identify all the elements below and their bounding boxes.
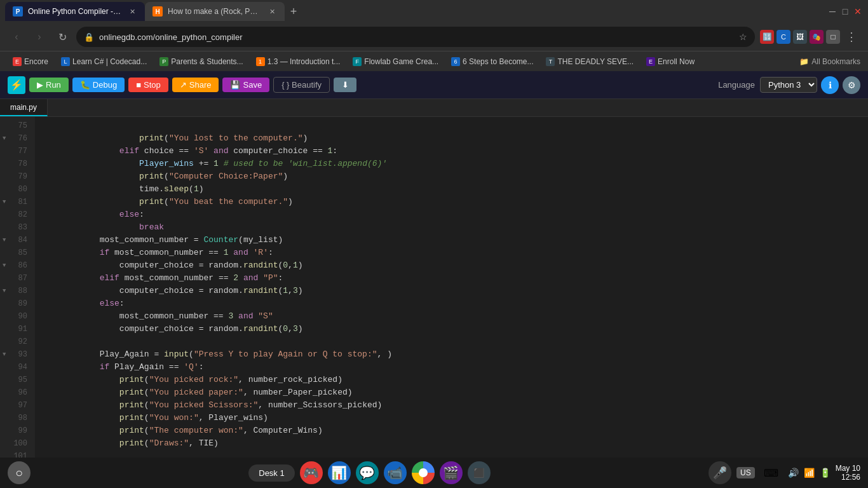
language-select[interactable]: Python 3 (760, 77, 817, 93)
6steps-label: 6 Steps to Become... (463, 57, 533, 66)
bookmark-encore[interactable]: E Encore (8, 56, 53, 67)
file-tabs: main.py (0, 99, 868, 117)
keyboard-icon[interactable]: ⌨ (760, 461, 783, 484)
tab-1-close[interactable]: ✕ (127, 6, 137, 17)
desk-button[interactable]: Desk 1 (248, 464, 294, 482)
intro-label: 1.3 — Introduction t... (268, 57, 341, 66)
url-bar[interactable]: 🔒 onlinegdb.com/online_python_compiler ☆ (76, 27, 755, 47)
learn-csharp-favicon: L (61, 57, 70, 66)
file-tab-main[interactable]: main.py (0, 99, 48, 116)
taskbar-app-2[interactable]: 📊 (328, 461, 351, 484)
back-button[interactable]: ‹ (8, 28, 25, 46)
run-button[interactable]: ▶ Run (29, 78, 69, 92)
lock-icon: 🔒 (84, 32, 94, 42)
code-editor[interactable]: 75 76 77 78 79 80 81 82 83 84 85 86 87 8… (0, 117, 868, 463)
taskbar-app-3[interactable]: 💬 (356, 461, 379, 484)
line-num-89: 89 (0, 297, 35, 310)
tab-1[interactable]: P Online Python Compiler - onlin... ✕ (5, 2, 145, 21)
line-num-86: 86 (0, 259, 35, 272)
volume-icon[interactable]: 🔊 (788, 468, 799, 478)
wifi-icon[interactable]: 📶 (804, 468, 815, 478)
settings-button[interactable]: ⚙ (843, 76, 860, 94)
star-icon[interactable]: ☆ (739, 32, 747, 42)
run-label: Run (46, 80, 61, 90)
bookmark-flowlab[interactable]: F Flowlab Game Crea... (348, 56, 444, 67)
line-num-87: 87 (0, 272, 35, 285)
all-bookmarks-button[interactable]: 📁 All Bookmarks (799, 57, 860, 66)
tab-2-favicon: H (153, 6, 163, 17)
tab-bar: P Online Python Compiler - onlin... ✕ H … (0, 0, 868, 23)
enroll-favicon: E (646, 57, 655, 66)
bookmark-intro[interactable]: 1 1.3 — Introduction t... (251, 56, 346, 67)
line-num-95: 95 (0, 374, 35, 386)
line-num-91: 91 (0, 323, 35, 336)
url-text: onlinegdb.com/online_python_compiler (99, 32, 734, 42)
download-icon: ⬇ (342, 80, 349, 90)
close-button[interactable]: ✕ (853, 6, 863, 17)
bookmark-parents[interactable]: P Parents & Students... (154, 56, 248, 67)
code-line-82: break (40, 208, 863, 221)
flowlab-label: Flowlab Game Crea... (364, 57, 438, 66)
extension-2-icon[interactable]: C (776, 30, 790, 44)
taskbar-center: Desk 1 🎮 📊 💬 📹 🎬 ⬛ (31, 461, 709, 484)
bookmark-6steps[interactable]: 6 6 Steps to Become... (446, 56, 538, 67)
taskbar-app-1[interactable]: 🎮 (300, 461, 323, 484)
url-actions: ☆ (739, 32, 747, 42)
editor-container: ⚡ ▶ Run 🐛 Debug ■ Stop ↗ Share 💾 Save { … (0, 71, 868, 488)
line-num-78: 78 (0, 158, 35, 170)
line-num-94: 94 (0, 361, 35, 374)
beautify-label: { } Beautify (281, 80, 322, 90)
stop-button[interactable]: ■ Stop (128, 78, 168, 92)
line-num-100: 100 (0, 437, 35, 450)
taskbar-app-7[interactable]: ⬛ (468, 461, 491, 484)
parents-favicon: P (159, 57, 168, 66)
code-content[interactable]: print("You lost to the computer.") elif … (35, 117, 868, 463)
debug-label: Debug (93, 80, 117, 90)
beautify-button[interactable]: { } Beautify (273, 77, 330, 93)
bookmark-enroll[interactable]: E Enroll Now (641, 56, 700, 67)
forward-button[interactable]: › (31, 28, 48, 46)
language-flag[interactable]: US (736, 467, 755, 478)
info-button[interactable]: ℹ (821, 76, 839, 94)
taskbar-left: ○ (8, 461, 31, 484)
bookmark-learn-csharp[interactable]: L Learn C# | Codecad... (56, 56, 152, 67)
mic-button[interactable]: 🎤 (709, 461, 731, 484)
reload-button[interactable]: ↻ (53, 28, 71, 46)
code-line-92: Play_Again = input("Press Y to play Agai… (40, 336, 863, 348)
tab-2[interactable]: H How to make a (Rock, Paper, S... ✕ (145, 2, 285, 21)
language-label: Language (718, 80, 755, 90)
learn-csharp-label: Learn C# | Codecad... (72, 57, 147, 66)
debug-button[interactable]: 🐛 Debug (72, 78, 125, 92)
line-num-75: 75 (0, 119, 35, 132)
taskbar-app-4[interactable]: 📹 (384, 461, 407, 484)
save-button[interactable]: 💾 Save (222, 78, 269, 92)
file-tab-main-label: main.py (10, 103, 37, 112)
6steps-favicon: 6 (451, 57, 460, 66)
maximize-button[interactable]: □ (840, 6, 850, 17)
extension-5-icon[interactable]: □ (826, 30, 840, 44)
chrome-icon[interactable] (412, 461, 435, 484)
stop-label: Stop (144, 80, 161, 90)
desk-label: Desk 1 (259, 468, 284, 478)
language-selector: Language Python 3 (718, 77, 817, 93)
encore-label: Encore (24, 57, 48, 66)
os-button[interactable]: ○ (8, 461, 31, 484)
new-tab-button[interactable]: + (285, 3, 302, 20)
taskbar-app-6[interactable]: 🎬 (440, 461, 463, 484)
line-num-99: 99 (0, 424, 35, 437)
minimize-button[interactable]: ─ (827, 6, 837, 17)
share-button[interactable]: ↗ Share (172, 78, 219, 92)
line-num-80: 80 (0, 183, 35, 196)
extension-4-icon[interactable]: 🎭 (810, 30, 824, 44)
browser-actions: 🔢 C 🖼 🎭 □ ⋮ (760, 28, 860, 46)
bookmark-deadly[interactable]: T THE DEADLY SEVE... (541, 56, 639, 67)
stop-icon: ■ (136, 80, 141, 90)
code-line-89: most_common_number == 3 and "S" (40, 297, 863, 310)
line-num-85: 85 (0, 247, 35, 259)
extensions-button[interactable]: ⋮ (843, 28, 860, 46)
tab-2-close[interactable]: ✕ (267, 6, 277, 17)
extension-3-icon[interactable]: 🖼 (793, 30, 807, 44)
time-display: May 10 12:56 (836, 464, 860, 482)
download-button[interactable]: ⬇ (334, 78, 356, 92)
extension-1-icon[interactable]: 🔢 (760, 30, 774, 44)
